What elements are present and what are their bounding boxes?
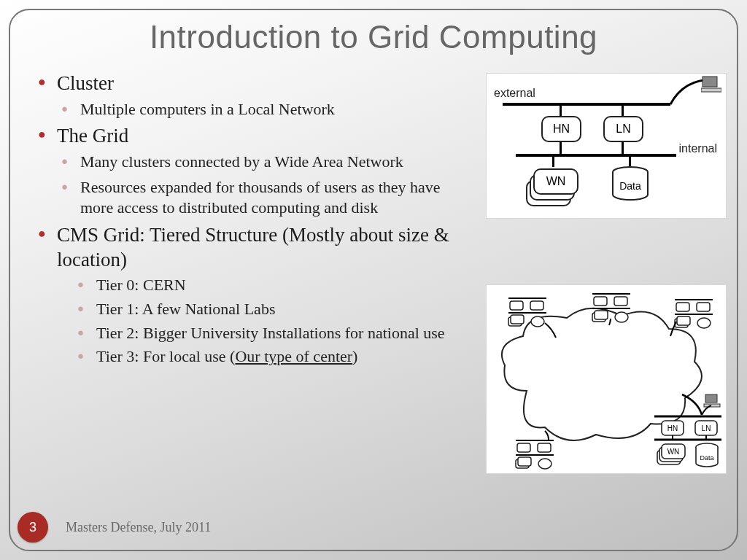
svg-rect-12 (614, 297, 627, 306)
svg-rect-1 (701, 88, 721, 92)
svg-point-16 (615, 312, 628, 322)
data-label: Data (619, 180, 641, 192)
bullet-tier0: Tier 0: CERN (57, 275, 465, 296)
bullet-cluster: Cluster Multiple computers in a Local Ne… (35, 71, 465, 120)
svg-rect-26 (538, 443, 551, 452)
bullet-cluster-label: Cluster (57, 72, 114, 94)
svg-rect-15 (595, 311, 608, 319)
svg-rect-11 (594, 297, 607, 306)
bullet-grid-label: The Grid (57, 125, 128, 147)
bullet-grid: The Grid Many clusters connected by a Wi… (35, 124, 465, 219)
line-ln-up (622, 104, 624, 116)
svg-text:Data: Data (700, 454, 713, 462)
page-number-badge: 3 (18, 512, 48, 542)
svg-point-9 (531, 316, 544, 327)
line-ln-down (622, 142, 624, 154)
bullet-grid-sub1: Many clusters connected by a Wide Area N… (57, 152, 465, 173)
internal-bus-line (516, 154, 676, 157)
slide-content: Cluster Multiple computers in a Local Ne… (35, 71, 465, 370)
svg-point-23 (697, 318, 711, 328)
svg-rect-25 (517, 443, 530, 452)
svg-text:HN: HN (667, 424, 678, 432)
box-hn: HN (541, 116, 581, 142)
bullet-cluster-sub1: Multiple computers in a Local Network (57, 99, 465, 120)
tier3-underline: Our type of center (235, 347, 352, 365)
svg-rect-0 (703, 77, 717, 87)
workstation-icon (701, 75, 721, 94)
data-cylinder: Data (611, 166, 650, 202)
wan-svg: HN LN WN Data (487, 285, 727, 475)
line-wn-up (552, 155, 554, 167)
line-hn-down (560, 142, 562, 154)
svg-rect-4 (510, 301, 523, 310)
label-external: external (494, 87, 535, 100)
bullet-tier3: Tier 3: For local use (Our type of cente… (57, 346, 465, 368)
svg-text:LN: LN (702, 424, 711, 432)
svg-rect-31 (705, 394, 717, 402)
svg-rect-22 (677, 316, 690, 325)
tier3-suffix: ) (352, 347, 357, 365)
svg-rect-32 (704, 404, 720, 407)
box-wn: WN (533, 168, 578, 195)
svg-point-30 (538, 459, 551, 469)
svg-rect-19 (697, 303, 710, 311)
svg-rect-29 (518, 457, 531, 466)
bullet-tier2: Tier 2: Bigger University Installations … (57, 323, 465, 344)
bullet-cms-label: CMS Grid: Tiered Structure (Mostly about… (57, 224, 449, 271)
slide-title: Introduction to Grid Computing (0, 19, 747, 55)
bullet-tier1: Tier 1: A few National Labs (57, 299, 465, 320)
footer-text: Masters Defense, July 2011 (66, 520, 211, 535)
svg-rect-5 (530, 301, 543, 310)
svg-rect-18 (676, 303, 689, 311)
svg-rect-8 (511, 315, 524, 324)
tier3-prefix: Tier 3: For local use ( (96, 347, 235, 365)
line-hn-up (560, 104, 562, 116)
bullet-cms: CMS Grid: Tiered Structure (Mostly about… (35, 223, 465, 368)
external-bus-line (503, 103, 670, 106)
cluster-diagram: external internal HN LN WN Data (486, 73, 727, 219)
wan-diagram: HN LN WN Data (486, 284, 727, 474)
page-number: 3 (29, 520, 36, 535)
label-internal: internal (679, 142, 717, 155)
svg-text:WN: WN (667, 448, 680, 456)
bullet-grid-sub2: Resources expanded for thousands of user… (57, 177, 465, 219)
box-ln: LN (603, 116, 643, 142)
